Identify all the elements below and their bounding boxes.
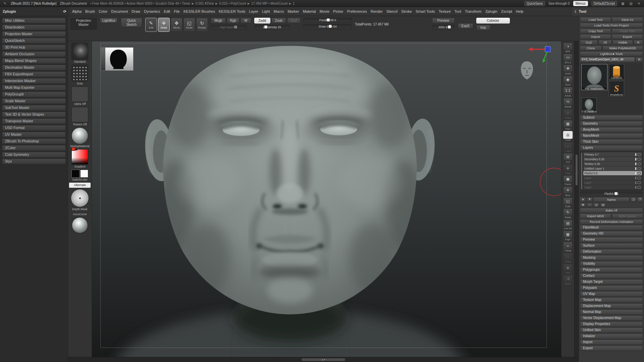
layer-down-icon[interactable]: ▼	[587, 197, 593, 202]
draw-size-handle[interactable]	[329, 25, 332, 28]
zplugin-section-button[interactable]: Ambient Occlusion	[2, 51, 66, 57]
depth-mask-control[interactable]	[71, 189, 89, 207]
menu-item[interactable]: Stencil	[385, 9, 399, 14]
layer-strength-handle[interactable]	[635, 172, 636, 175]
shelf-tool-button[interactable]: ✥ Scroll	[562, 65, 573, 75]
canvas-horizontal-scrollbar[interactable]: ▲▼	[68, 357, 579, 362]
layer-eye-icon[interactable]	[637, 186, 641, 189]
layer-eye-icon[interactable]	[637, 153, 641, 156]
active-tool-thumb[interactable]: XYZ_headEyesOp	[581, 64, 607, 90]
layer-duplicate-icon[interactable]: ❏	[630, 197, 636, 202]
layer-eye-icon[interactable]	[637, 163, 641, 165]
layer-row[interactable]: Layer	[583, 180, 642, 185]
tool-section-header[interactable]: Contact	[580, 273, 643, 279]
layer-row[interactable]: Layer	[583, 176, 642, 180]
zplugin-section-button[interactable]: SubTool Master	[2, 105, 66, 111]
alpha-selector-thumb[interactable]	[71, 86, 88, 102]
tool-section-header[interactable]: Geometry	[580, 121, 643, 126]
sdiv-slider[interactable]: SDiv 6	[432, 25, 454, 30]
paste-tool-button[interactable]: Paste Tool	[612, 28, 643, 34]
stroke-type-thumb[interactable]	[71, 65, 88, 81]
focal-shift-slider[interactable]: Focal Shift 0	[304, 18, 352, 23]
menu-item[interactable]: Zscript	[499, 9, 514, 14]
close-icon[interactable]: ✕	[637, 2, 641, 5]
tool-section-header[interactable]: ArrayMesh	[580, 127, 643, 132]
exps-button[interactable]: ExpS	[458, 23, 473, 29]
shelf-tool-button[interactable]: ½ AAHalf	[562, 98, 573, 108]
vertical-scroll-handle[interactable]	[576, 155, 578, 185]
preview-button[interactable]: Preview	[432, 18, 455, 23]
zsub-button[interactable]: Zsub	[271, 18, 286, 23]
tool-section-header[interactable]: Surface	[580, 243, 643, 248]
main-color-swatch[interactable]	[71, 170, 79, 178]
zplugin-section-button[interactable]: Cold Symmetry	[2, 152, 66, 158]
layer-eye-icon[interactable]	[637, 158, 641, 161]
material-selector-thumb[interactable]	[71, 127, 88, 144]
chevron-left-icon[interactable]: ❮	[574, 10, 577, 13]
shelf-tool-button[interactable]: ▦ PolyF	[562, 231, 573, 241]
tool-section-header[interactable]: Morph Target	[580, 279, 643, 285]
menu-item[interactable]: Alpha	[70, 9, 83, 14]
layer-delete-icon[interactable]: −	[587, 203, 593, 207]
tool-section-header[interactable]: Thick Skin	[580, 139, 643, 144]
menu-item[interactable]: Layer	[247, 9, 260, 14]
tool-section-header[interactable]: NanoMesh	[580, 133, 643, 138]
goz-visible-button[interactable]: Visible	[612, 40, 633, 45]
zcut-button[interactable]: Zcut	[287, 18, 301, 23]
z-intensity-slider[interactable]: Z Intensity 25	[254, 25, 290, 30]
zplugin-section-button[interactable]: ZColor	[2, 145, 66, 151]
z-intensity-handle[interactable]	[264, 25, 267, 28]
layer-row[interactable]: Layer	[583, 185, 642, 189]
texture-selector-thumb[interactable]	[71, 107, 88, 122]
menu-item[interactable]: Tool	[453, 9, 463, 14]
zplugin-section-button[interactable]: Projection Master	[2, 31, 66, 37]
menu-item[interactable]: Edit	[162, 9, 172, 14]
import-tool-button[interactable]: Import	[580, 34, 611, 39]
rgb-intensity-slider[interactable]: Rgb Intensity	[211, 25, 247, 30]
horizontal-scroll-handle[interactable]: ▲▼	[302, 358, 345, 361]
layer-row[interactable]: Flesh2 0.5	[583, 171, 642, 175]
tool-name-r-button[interactable]: R	[636, 57, 643, 62]
previous-tool-thumb[interactable]: XYZ_headEyesOp	[581, 98, 597, 113]
zplugin-section-button[interactable]: QuickSketch	[2, 38, 66, 44]
shelf-tool-button[interactable]: ▤ Line Fill	[562, 220, 573, 230]
zplugin-section-button[interactable]: PolyGroupIt	[2, 92, 66, 97]
tool-section-header[interactable]: Polypaint	[580, 285, 643, 291]
tool-section-header[interactable]: UV Map	[580, 291, 643, 297]
layer-new-icon[interactable]: ✚	[580, 203, 586, 207]
current-brush-thumb[interactable]	[71, 43, 88, 60]
menu-item[interactable]: Document	[109, 9, 129, 14]
layer-strength-handle[interactable]	[635, 181, 636, 184]
tool-section-header[interactable]: Displacement Map	[580, 303, 643, 309]
shelf-tool-button[interactable]: ◆ Snap	[562, 164, 573, 175]
tool-section-header[interactable]: Deformation	[580, 249, 643, 254]
rgb-intensity-handle[interactable]	[234, 25, 237, 28]
tool-section-header[interactable]: Polygroups	[580, 267, 643, 273]
quick-pick-head-icon[interactable]	[520, 61, 534, 80]
layer-strength-handle[interactable]	[635, 163, 636, 165]
imp-button[interactable]: Imp	[476, 25, 490, 31]
load-tool-button[interactable]: Load Tool	[580, 17, 611, 22]
layer-split-icon[interactable]: ◫	[593, 203, 599, 207]
goz-all-button[interactable]: All	[598, 40, 612, 45]
layer-strength-handle[interactable]	[635, 186, 636, 189]
zadd-button[interactable]: Zadd	[254, 18, 270, 23]
focal-shift-handle[interactable]	[327, 18, 330, 21]
m-button[interactable]: M	[240, 18, 251, 23]
tool-section-header[interactable]: Normal Map	[580, 309, 643, 315]
menu-item[interactable]: Material	[301, 9, 318, 14]
menu-item[interactable]: Preferences	[345, 9, 369, 14]
draw-size-slider[interactable]: Draw Size 64	[304, 24, 352, 29]
rotate-mode-button[interactable]: ↻ Rotate	[196, 18, 208, 32]
colorize-button[interactable]: Colorize	[476, 18, 510, 23]
menus-toggle-button[interactable]: Menus	[573, 1, 588, 6]
zplugin-section-button[interactable]: 3D Print Hub	[2, 45, 66, 50]
layer-eye-icon[interactable]	[637, 177, 641, 179]
color-picker[interactable]	[71, 149, 88, 165]
menu-item[interactable]: Brush	[84, 9, 97, 14]
zplugin-section-button[interactable]: Decimation Master	[2, 65, 66, 70]
swatch-icon[interactable]: ▤	[629, 2, 633, 5]
shelf-tool-button[interactable]: ◉ Zoom	[562, 76, 573, 86]
zplugin-section-button[interactable]: ZBrush To Photoshop	[2, 138, 66, 144]
tool-name-field[interactable]: XYZ_headEyesOpen_GEO_48	[580, 57, 635, 62]
